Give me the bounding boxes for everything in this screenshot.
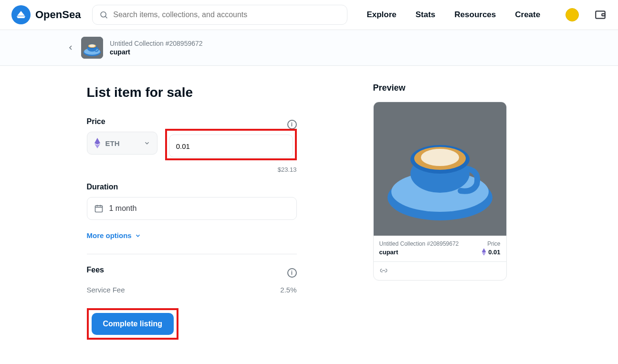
wallet-icon[interactable] (594, 9, 607, 21)
ethereum-icon (482, 248, 486, 256)
chevron-down-icon (144, 140, 150, 146)
brand-name: OpenSea (35, 9, 81, 21)
search-box[interactable] (92, 5, 347, 25)
currency-label: ETH (105, 139, 120, 147)
preview-card[interactable]: Untitled Collection #208959672 Price cup… (373, 102, 507, 281)
price-usd-hint: $23.13 (87, 166, 297, 173)
svg-rect-16 (374, 102, 506, 236)
service-fee-label: Service Fee (87, 286, 125, 294)
svg-line-8 (105, 17, 107, 19)
nav-stats[interactable]: Stats (416, 10, 436, 20)
search-input[interactable] (113, 10, 340, 19)
preview-price-value: 0.01 (488, 249, 500, 256)
duration-label: Duration (87, 183, 297, 191)
price-label: Price (87, 117, 105, 126)
svg-rect-11 (81, 37, 103, 59)
svg-rect-9 (596, 11, 605, 18)
complete-listing-highlight: Complete listing (87, 308, 178, 340)
breadcrumb-item-name: cupart (110, 48, 203, 56)
more-options-toggle[interactable]: More options (87, 231, 297, 239)
preview-section-title: Preview (373, 83, 584, 93)
page-title: List item for sale (87, 85, 297, 100)
ship-icon (11, 5, 31, 24)
info-icon[interactable]: i (287, 268, 297, 278)
duration-select[interactable]: 1 month (87, 197, 297, 220)
svg-rect-12 (95, 206, 102, 212)
user-avatar[interactable] (566, 8, 579, 21)
info-icon[interactable]: i (287, 120, 297, 129)
service-fee-value: 2.5% (280, 286, 296, 294)
link-icon[interactable] (379, 268, 388, 273)
nav-create[interactable]: Create (515, 10, 540, 20)
item-thumbnail (81, 37, 103, 59)
svg-rect-10 (602, 14, 605, 16)
more-options-label: More options (87, 231, 132, 239)
preview-image (374, 102, 506, 236)
preview-collection: Untitled Collection #208959672 (379, 240, 459, 247)
calendar-icon (94, 204, 104, 213)
back-button[interactable] (67, 44, 74, 52)
nav-explore[interactable]: Explore (367, 10, 396, 20)
duration-value: 1 month (109, 204, 137, 213)
ethereum-icon (94, 138, 101, 148)
preview-price-label: Price (487, 240, 500, 247)
svg-point-7 (101, 12, 106, 17)
fees-label: Fees (87, 266, 104, 274)
search-icon (99, 10, 108, 20)
brand-logo[interactable]: OpenSea (11, 5, 81, 24)
breadcrumb-collection[interactable]: Untitled Collection #208959672 (110, 40, 203, 47)
preview-item-name: cupart (379, 249, 398, 256)
nav-resources[interactable]: Resources (454, 10, 496, 20)
price-input[interactable] (169, 135, 293, 157)
currency-select[interactable]: ETH (87, 132, 157, 155)
chevron-down-icon (135, 232, 141, 239)
complete-listing-button[interactable]: Complete listing (92, 313, 174, 335)
price-input-highlight (165, 129, 297, 160)
